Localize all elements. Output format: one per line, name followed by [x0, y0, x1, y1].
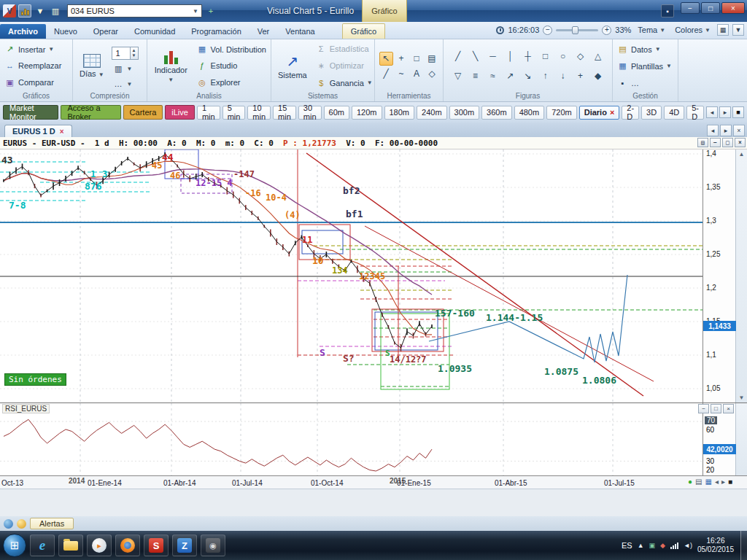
timeframe-4d[interactable]: 4D [664, 106, 684, 120]
timeframe-diario[interactable]: Diario× [579, 106, 620, 120]
internet-explorer-icon[interactable]: e [30, 534, 55, 556]
timeframe-15-min[interactable]: 15 min [273, 106, 296, 120]
menu-tab-operar[interactable]: Operar [85, 24, 126, 39]
zoom-box-tool-icon[interactable]: □ [410, 52, 424, 66]
menu-tab-comunidad[interactable]: Comunidad [126, 24, 183, 39]
insertar-button[interactable]: ↗Insertar▼ [3, 44, 69, 55]
triangle-up-icon[interactable]: △ [590, 47, 606, 66]
colores-dropdown[interactable]: Colores▼ [672, 25, 713, 35]
save-icon[interactable]: ▦ [705, 478, 711, 486]
price-chart-canvas[interactable]: 43444546138767-812-15 4-147-1610-4(4)111… [0, 149, 747, 402]
pane-minimize-icon[interactable]: − [710, 138, 721, 147]
text-tool-icon[interactable]: A [410, 67, 424, 81]
image-editor-icon[interactable]: ◉ [201, 534, 225, 556]
timeframe-30-min[interactable]: 30 min [298, 106, 322, 120]
print-icon[interactable]: ▤ [695, 478, 702, 486]
timeframe-2-d[interactable]: 2-D [622, 106, 639, 120]
datos-button[interactable]: ▤Datos▼ [616, 44, 675, 55]
trend-line-up-icon[interactable]: ╱ [450, 47, 466, 66]
more-options-button[interactable]: ▼ [732, 24, 744, 36]
scroll-down-icon[interactable]: ▼ [739, 394, 745, 401]
ilive-button[interactable]: iLive [165, 105, 195, 120]
pane-close-icon[interactable]: × [735, 138, 746, 147]
pane-menu-icon[interactable]: ▤ [697, 138, 708, 147]
hidden-icons-button[interactable]: ▲ [638, 542, 644, 549]
network-tray-icon[interactable] [670, 542, 678, 549]
compare-window-icon[interactable]: ▥ [49, 4, 62, 18]
scroll-left-icon[interactable]: ◂ [706, 106, 718, 118]
arrow-up-icon[interactable]: ↑ [538, 67, 554, 85]
zoom-in-button[interactable]: + [602, 26, 611, 35]
menu-tab-ver[interactable]: Ver [249, 24, 278, 39]
firefox-icon[interactable] [115, 534, 140, 556]
ellipse-icon[interactable]: ○ [555, 47, 571, 66]
windows-explorer-icon[interactable] [58, 534, 83, 556]
tab-scroll-left-icon[interactable]: ◂ [707, 125, 719, 136]
timeframe-240m[interactable]: 240m [417, 106, 447, 120]
timeframe-1-min[interactable]: 1 min [197, 106, 220, 120]
chevron-down-icon[interactable]: ▼ [193, 8, 198, 15]
show-desktop-button[interactable] [740, 531, 747, 560]
rsi-scrollbar[interactable] [735, 403, 747, 476]
help-icon[interactable]: ▪ [661, 4, 674, 18]
chart-tab-eurus-1d[interactable]: EURUS 1 D × [4, 125, 72, 137]
pointer-tool-icon[interactable]: ↖ [379, 52, 393, 66]
zoom-out-button[interactable]: − [543, 26, 552, 35]
cross-lines-icon[interactable]: ┼ [520, 47, 536, 66]
pane-restore-icon[interactable]: □ [722, 138, 733, 147]
timeframe-360m[interactable]: 360m [481, 106, 512, 120]
timeframe-10-min[interactable]: 10 min [247, 106, 271, 120]
realtime-indicator-icon[interactable]: ● [688, 478, 692, 486]
arrow-ne-icon[interactable]: ↗ [503, 67, 519, 85]
timeframe-480m[interactable]: 480m [514, 106, 545, 120]
crosshair-tool-icon[interactable]: + [395, 52, 409, 66]
rsi-restore-icon[interactable]: □ [711, 404, 721, 413]
compression-value[interactable]: 1 [112, 47, 131, 60]
session-dropdown[interactable]: …▼ [112, 79, 139, 89]
minimize-button[interactable]: − [681, 2, 700, 14]
s-app-icon[interactable]: S [144, 534, 169, 556]
arrow-se-icon[interactable]: ↘ [520, 67, 536, 85]
filter-icon[interactable]: ▼ [34, 4, 47, 18]
reemplazar-button[interactable]: ↔Reemplazar [3, 61, 69, 71]
timeframe-120m[interactable]: 120m [352, 106, 382, 120]
timeframe-5-min[interactable]: 5 min [222, 106, 246, 120]
rsi-minimize-icon[interactable]: − [698, 404, 709, 413]
close-icon[interactable]: × [733, 125, 745, 136]
add-symbol-icon[interactable]: + [204, 4, 217, 18]
menu-tab-ventana[interactable]: Ventana [277, 24, 322, 39]
cartera-button[interactable]: Cartera [123, 105, 163, 120]
estadistica-button[interactable]: ΣEstadística [314, 44, 374, 54]
rsi-axis[interactable]: 42,0020 70603020 [703, 403, 735, 475]
z-app-icon[interactable]: Z [172, 534, 197, 556]
scroll-right-icon[interactable]: ▸ [719, 106, 731, 118]
timeframe-720m[interactable]: 720m [546, 106, 577, 120]
rhombus-icon[interactable]: ◇ [573, 47, 589, 66]
sistema-button[interactable]: ↗ Sistema [274, 41, 311, 91]
horizontal-line-icon[interactable]: ─ [485, 47, 501, 66]
restore-button[interactable]: □ [701, 2, 720, 14]
acceso-a-broker-button[interactable]: Acceso a Broker [61, 105, 120, 120]
menu-tab-archivo[interactable]: Archivo [0, 24, 46, 39]
dias-button[interactable]: Días ▼ [76, 41, 108, 91]
zoom-slider[interactable] [556, 29, 598, 31]
price-axis[interactable]: 1,1433 1,41,351,31,251,21,151,11,05 [703, 149, 735, 402]
menu-tab-programación[interactable]: Programación [183, 24, 249, 39]
filled-rhombus-icon[interactable]: ◆ [590, 67, 606, 85]
rsi-pane[interactable]: RSI_EURUS − □ × 42,0020 70603020 [0, 402, 747, 475]
menu-tab-nuevo[interactable]: Nuevo [46, 24, 85, 39]
scroll-left-icon[interactable]: ◂ [715, 478, 719, 486]
timeframe-300m[interactable]: 300m [449, 106, 480, 120]
plus-marker-icon[interactable]: + [573, 67, 589, 85]
compression-spinner[interactable]: 1 ▲▼ [112, 47, 139, 60]
ganancia-button[interactable]: $Ganancia▼ [314, 78, 374, 88]
alertas-tab[interactable]: Alertas [30, 518, 74, 529]
triangle-down-icon[interactable]: ▽ [450, 67, 466, 85]
stop-icon[interactable]: ■ [732, 106, 744, 118]
spinner-arrows-icon[interactable]: ▲▼ [131, 47, 139, 60]
optimizar-button[interactable]: ∗Optimizar [314, 61, 374, 71]
estudio-button[interactable]: ƒEstudio [196, 61, 268, 71]
palette-grid-button[interactable]: ▦ [717, 24, 729, 36]
timeframe-180m[interactable]: 180m [384, 106, 415, 120]
tray-clock[interactable]: 16:26 05/02/2015 [697, 537, 734, 554]
